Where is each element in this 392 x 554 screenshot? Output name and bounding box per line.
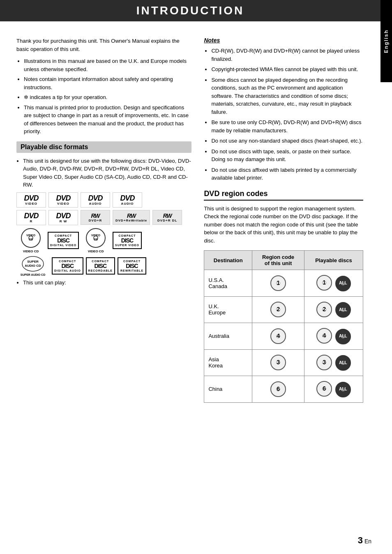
playable-disc-formats-heading: Playable disc formats bbox=[16, 141, 191, 153]
super-audio-cd-logo: SUPER AUDIO CD SUPER AUDIO CD bbox=[16, 256, 49, 276]
dest-asia-korea: AsiaKorea bbox=[204, 349, 252, 376]
region-usa-canada: 1 bbox=[252, 270, 304, 297]
page-number: 3 En bbox=[358, 535, 371, 546]
playable-disc-4: 4 bbox=[316, 328, 332, 344]
can-play-intro: This unit can play: bbox=[23, 279, 191, 287]
intro-item-3: ✲ indicates a tip for your operation. bbox=[24, 93, 191, 102]
playable-australia: 4 ALL bbox=[304, 323, 363, 350]
region-disc-usa-canada: 1 bbox=[270, 275, 286, 291]
playable-disc-all-2: ALL bbox=[335, 302, 351, 318]
note-item-2: Copyright-protected WMA files cannot be … bbox=[211, 65, 363, 74]
video-cd-logo-2: VIDEO CD VIDEO CD bbox=[81, 228, 110, 253]
dest-uk-europe: U.K.Europe bbox=[204, 296, 252, 323]
playable-list: This unit is designed for use with the f… bbox=[23, 157, 191, 189]
note-item-3: Some discs cannot be played depending on… bbox=[211, 76, 363, 116]
dest-australia: Australia bbox=[204, 323, 252, 350]
table-row: Australia 4 4 ALL bbox=[204, 323, 363, 350]
note-item-6: Do not use discs with tape, seals, or pa… bbox=[211, 148, 363, 164]
region-china: 6 bbox=[252, 376, 304, 403]
logo-row-1: DVD VIDEO DVD VIDEO DVD AUDIO DVD AUDIO bbox=[16, 192, 191, 208]
region-disc-uk-europe: 2 bbox=[270, 302, 286, 317]
region-table: Destination Region codeof this unit Play… bbox=[204, 250, 363, 403]
col-region-code: Region codeof this unit bbox=[252, 251, 304, 270]
region-disc-asia-korea: 3 bbox=[270, 355, 286, 370]
svg-text:VIDEO: VIDEO bbox=[26, 234, 35, 237]
note-item-1: CD-R(W), DVD-R(W) and DVD+R(W) cannot be… bbox=[211, 47, 363, 63]
svg-text:VIDEO: VIDEO bbox=[91, 234, 100, 237]
region-asia-korea: 3 bbox=[252, 349, 304, 376]
svg-text:AUDIO CD: AUDIO CD bbox=[25, 264, 41, 268]
playable-item-discs: This unit is designed for use with the f… bbox=[23, 157, 191, 189]
dvd-r-logo: DVD R bbox=[16, 210, 46, 225]
playable-disc-all-3: ALL bbox=[335, 355, 351, 371]
intro-item-2: Notes contain important information abou… bbox=[24, 75, 191, 91]
playable-china: 6 ALL bbox=[304, 376, 363, 403]
compact-disc-digital-audio-logo: COMPACT DISC DIGITAL AUDIO bbox=[52, 257, 83, 275]
compact-disc-super-video-logo: COMPACT DISC SUPER VIDEO bbox=[113, 232, 142, 249]
col-playable-discs: Playable discs bbox=[304, 251, 363, 270]
table-row: U.S.A.Canada 1 1 ALL bbox=[204, 270, 363, 297]
logo-row-3: VIDEO CD VIDEO CD COMPACT DISC DIGITAL V… bbox=[16, 228, 191, 253]
playable-asia-korea: 3 ALL bbox=[304, 349, 363, 376]
note-item-7: Do not use discs affixed with labels pri… bbox=[211, 166, 363, 182]
can-play-list: This unit can play: bbox=[23, 279, 191, 287]
svg-text:SUPER: SUPER bbox=[27, 260, 39, 263]
playable-disc-1: 1 bbox=[316, 275, 332, 291]
table-row: U.K.Europe 2 2 ALL bbox=[204, 296, 363, 323]
table-row: AsiaKorea 3 3 ALL bbox=[204, 349, 363, 376]
compact-disc-digital-video-logo: COMPACT DISC DIGITAL VIDEO bbox=[48, 232, 79, 249]
left-column: Thank you for purchasing this unit. This… bbox=[16, 37, 191, 403]
table-row: China 6 6 ALL bbox=[204, 376, 363, 403]
playable-usa-canada: 1 ALL bbox=[304, 270, 363, 297]
dvd-video-logo-2: DVD VIDEO bbox=[48, 192, 78, 208]
playable-uk-europe: 2 ALL bbox=[304, 296, 363, 323]
table-header-row: Destination Region codeof this unit Play… bbox=[204, 251, 363, 270]
notes-list: CD-R(W), DVD-R(W) and DVD+R(W) cannot be… bbox=[211, 47, 363, 182]
compact-disc-recordable-logo: COMPACT DISC Recordable bbox=[86, 257, 115, 275]
region-disc-australia: 4 bbox=[270, 328, 286, 344]
right-column: Notes CD-R(W), DVD-R(W) and DVD+R(W) can… bbox=[204, 37, 363, 403]
dvd-plus-r-logo: RW DVD+R bbox=[81, 210, 110, 225]
playable-disc-all-6: ALL bbox=[335, 382, 351, 397]
intro-list: Illustrations in this manual are based o… bbox=[24, 57, 191, 136]
compact-disc-rewritable-logo: COMPACT DISC ReWritable bbox=[118, 257, 146, 275]
dvd-plus-rw-logo: RW DVD+ReWritable bbox=[113, 210, 150, 225]
intro-item-1: Illustrations in this manual are based o… bbox=[24, 57, 191, 73]
dvd-audio-logo-1: DVD AUDIO bbox=[81, 192, 110, 208]
col-destination: Destination bbox=[204, 251, 252, 270]
video-cd-logo: VIDEO CD VIDEO CD bbox=[16, 228, 45, 253]
playable-disc-6: 6 bbox=[316, 381, 332, 397]
dvd-region-description: This unit is designed to support the reg… bbox=[204, 205, 363, 245]
note-item-4: Be sure to use only CD-R(W), DVD-R(W) an… bbox=[211, 118, 363, 134]
note-item-5: Do not use any non-standard shaped discs… bbox=[211, 137, 363, 145]
dvd-rw-logo: DVD R W bbox=[48, 210, 78, 225]
logo-row-4: SUPER AUDIO CD SUPER AUDIO CD COMPACT DI… bbox=[16, 256, 191, 276]
playable-disc-3: 3 bbox=[316, 355, 332, 370]
english-tab: English bbox=[380, 0, 392, 82]
notes-heading: Notes bbox=[204, 37, 363, 44]
svg-text:CD: CD bbox=[29, 238, 33, 241]
intro-item-4: This manual is printed prior to producti… bbox=[24, 104, 191, 136]
dvd-plus-r-dl-logo: RW DVD+R DL bbox=[152, 210, 182, 225]
logo-row-2: DVD R DVD R W RW DVD+R RW DVD+ReWritable bbox=[16, 210, 191, 225]
dvd-region-section: DVD region codes This unit is designed t… bbox=[204, 189, 363, 403]
region-uk-europe: 2 bbox=[252, 296, 304, 323]
dvd-video-logo-1: DVD VIDEO bbox=[16, 192, 46, 208]
intro-paragraph: Thank you for purchasing this unit. This… bbox=[16, 37, 191, 53]
notes-section: Notes CD-R(W), DVD-R(W) and DVD+R(W) can… bbox=[204, 37, 363, 182]
dest-usa-canada: U.S.A.Canada bbox=[204, 270, 252, 297]
dvd-region-heading: DVD region codes bbox=[204, 189, 363, 201]
playable-disc-all-1: ALL bbox=[335, 276, 351, 291]
svg-text:CD: CD bbox=[94, 238, 98, 241]
region-australia: 4 bbox=[252, 323, 304, 350]
region-disc-china: 6 bbox=[270, 381, 286, 397]
page-header: INTRODUCTION bbox=[0, 0, 380, 21]
playable-disc-2: 2 bbox=[316, 302, 332, 317]
dvd-audio-logo-2: DVD AUDIO bbox=[113, 192, 142, 208]
dest-china: China bbox=[204, 376, 252, 403]
playable-disc-all-4: ALL bbox=[335, 329, 351, 344]
page-title: INTRODUCTION bbox=[0, 4, 380, 17]
